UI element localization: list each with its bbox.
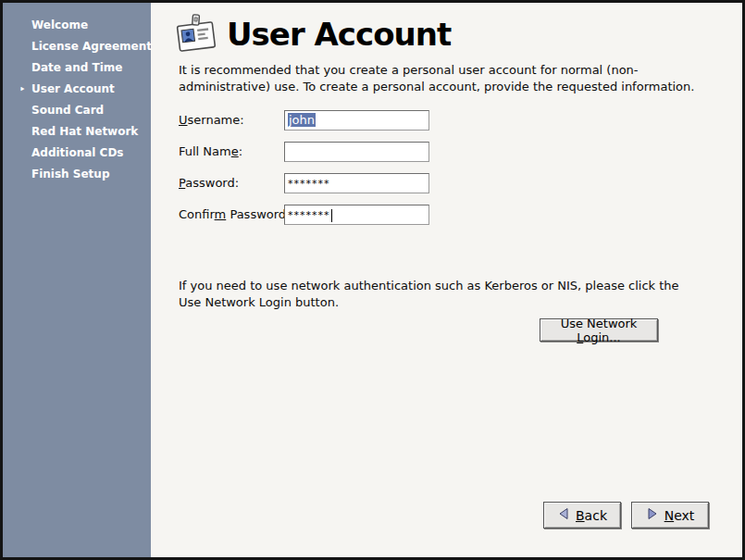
sidebar-item-label: User Account	[31, 82, 115, 95]
text-cursor	[331, 209, 332, 222]
username-input[interactable]: john	[284, 110, 429, 131]
sidebar-item-label: License Agreement	[31, 40, 152, 53]
network-auth-text: If you need to use network authenticatio…	[179, 278, 697, 310]
active-arrow-icon: ‣	[19, 79, 25, 100]
back-button[interactable]: Back	[543, 502, 621, 529]
next-label: Next	[664, 508, 695, 523]
sidebar-item-additional-cds[interactable]: Additional CDs	[3, 143, 151, 164]
sidebar-item-welcome[interactable]: Welcome	[3, 15, 151, 36]
confirm-password-row: Confirm Password: *******	[179, 205, 567, 225]
sidebar-item-sound-card[interactable]: Sound Card	[3, 100, 151, 121]
sidebar: Welcome License Agreement Date and Time …	[3, 3, 151, 557]
sidebar-item-user-account[interactable]: ‣ User Account	[3, 79, 151, 100]
password-input[interactable]: *******	[284, 173, 429, 193]
full-name-label: Full Name:	[179, 144, 242, 158]
sidebar-item-label: Additional CDs	[31, 146, 124, 159]
password-label: Password:	[179, 176, 239, 190]
sidebar-item-label: Red Hat Network	[31, 125, 138, 138]
arrow-right-icon	[646, 507, 659, 523]
selected-text: john	[288, 113, 316, 127]
page-title: User Account	[227, 12, 451, 56]
page-header: User Account	[174, 12, 451, 56]
confirm-password-label: Confirm Password:	[179, 207, 290, 221]
back-label: Back	[576, 508, 607, 523]
arrow-left-icon	[557, 507, 570, 523]
username-row: Username: john	[179, 110, 567, 131]
sidebar-item-label: Finish Setup	[31, 168, 109, 180]
intro-text: It is recommended that you create a pers…	[179, 62, 706, 94]
sidebar-item-label: Welcome	[31, 19, 88, 31]
sidebar-item-label: Sound Card	[31, 104, 104, 117]
use-network-login-label: Use Network Login...	[540, 317, 657, 344]
use-network-login-button[interactable]: Use Network Login...	[540, 318, 658, 342]
sidebar-item-license-agreement[interactable]: License Agreement	[3, 36, 151, 57]
sidebar-item-finish-setup[interactable]: Finish Setup	[3, 164, 151, 185]
confirm-password-input[interactable]: *******	[284, 205, 429, 225]
password-row: Password: *******	[179, 173, 567, 193]
sidebar-item-label: Date and Time	[31, 61, 122, 74]
id-badge-icon	[174, 12, 218, 56]
next-button[interactable]: Next	[631, 502, 709, 529]
setup-wizard-window: Welcome License Agreement Date and Time …	[0, 0, 745, 560]
full-name-input[interactable]	[284, 142, 429, 162]
username-label: Username:	[179, 113, 244, 127]
sidebar-item-red-hat-network[interactable]: Red Hat Network	[3, 121, 151, 143]
full-name-row: Full Name:	[179, 142, 567, 162]
main-content: User Account It is recommended that you …	[151, 3, 742, 557]
sidebar-item-date-and-time[interactable]: Date and Time	[3, 57, 151, 79]
